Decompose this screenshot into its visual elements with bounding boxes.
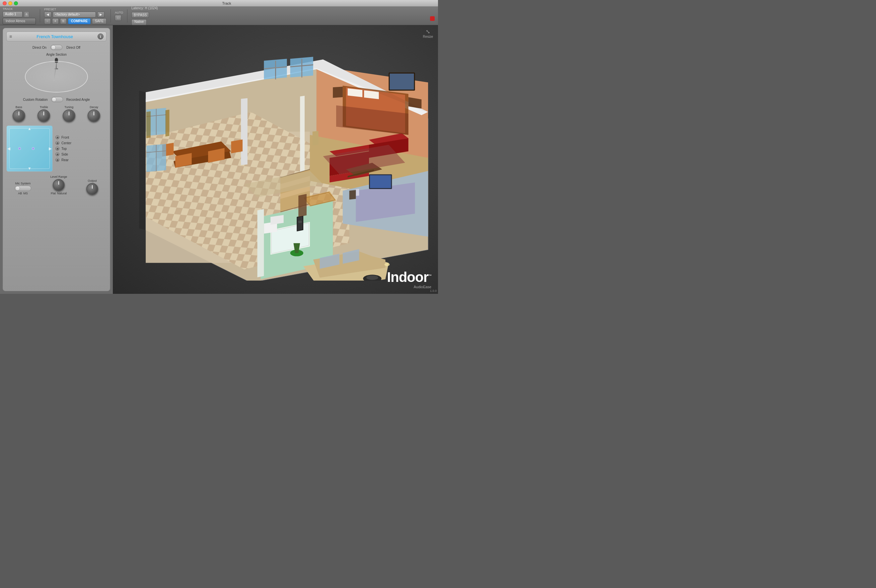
title-bar: Track — [0, 0, 438, 7]
ab-label: AB — [18, 192, 22, 195]
speaker-bottom-arrow[interactable]: ▼ — [27, 166, 32, 171]
rear-radio[interactable] — [56, 158, 59, 162]
left-panel: ≡ French Townhouse ℹ Direct On Direct Of… — [0, 25, 113, 294]
mic-system-col: Mic System AB MS — [15, 182, 31, 195]
speaker-display[interactable]: ◀ ▶ ▲ ▼ — [6, 125, 53, 172]
front-label: Front — [62, 136, 69, 139]
info-button[interactable]: ℹ — [98, 33, 104, 39]
flat-label: Flat — [51, 192, 56, 195]
treble-knob-col: Treble — [38, 105, 50, 122]
resize-label: Resize — [423, 35, 433, 39]
tuning-knob-col: Tuning — [63, 105, 75, 122]
track-badge: a — [24, 11, 29, 17]
preset-minus-button[interactable]: − — [44, 18, 51, 24]
speaker-list: Front Center Top — [56, 125, 71, 172]
top-label: Top — [62, 147, 67, 151]
house-svg — [119, 35, 431, 280]
svg-marker-73 — [298, 194, 307, 217]
auto-button[interactable]: □ — [115, 15, 122, 21]
svg-point-60 — [298, 220, 302, 223]
preset-select[interactable]: <factory default> — [53, 12, 96, 18]
recorded-angle-label: Recorded Angle — [66, 98, 90, 102]
svg-marker-15 — [257, 209, 264, 277]
plugin-label: Indoor Atmos — [3, 18, 36, 24]
svg-rect-63 — [156, 109, 156, 135]
close-button[interactable] — [3, 2, 7, 5]
center-radio[interactable] — [56, 141, 59, 145]
direct-on-label: Direct On — [33, 46, 47, 50]
bypass-button[interactable]: BYPASS — [131, 12, 149, 18]
maximize-button[interactable] — [14, 2, 18, 5]
level-range-knob[interactable] — [53, 179, 65, 191]
front-speaker-item[interactable]: Front — [56, 135, 71, 139]
svg-marker-59 — [297, 216, 303, 231]
preset-next-button[interactable]: ▶ — [97, 12, 105, 18]
speaker-right-arrow[interactable]: ▶ — [49, 146, 52, 151]
output-col: Output — [86, 179, 98, 195]
output-knob[interactable] — [86, 183, 98, 195]
track-select[interactable]: Audio 1 — [3, 11, 23, 17]
native-button[interactable]: Native — [131, 19, 147, 25]
preset-section: Preset ◀ <factory default> ▶ − + ⎘ COMPA… — [44, 8, 107, 24]
track-label: Track — [3, 7, 36, 10]
divider-3 — [127, 9, 128, 22]
preset-prev-button[interactable]: ◀ — [44, 12, 51, 18]
safe-button[interactable]: SAFE — [92, 18, 107, 24]
speaker-left-arrow[interactable]: ◀ — [7, 146, 10, 151]
window-title: Track — [18, 2, 435, 5]
svg-point-87 — [385, 263, 390, 266]
angle-section: Angle Section — [6, 53, 107, 94]
angle-display[interactable] — [23, 58, 90, 94]
front-radio[interactable] — [56, 135, 59, 139]
direct-toggle[interactable] — [50, 45, 62, 50]
brand-name: Indoor™ — [387, 270, 431, 284]
svg-marker-76 — [165, 110, 170, 136]
decay-label: Decay — [90, 105, 98, 109]
mic-system-toggle[interactable] — [15, 186, 31, 191]
brand-watermark: Indoor™ AudioEase — [387, 270, 431, 289]
main-content: ≡ French Townhouse ℹ Direct On Direct Of… — [0, 25, 438, 294]
preset-name-display: French Townhouse — [15, 34, 95, 39]
speaker-section: ◀ ▶ ▲ ▼ Front — [6, 125, 107, 172]
ms-label: MS — [23, 192, 28, 195]
treble-label: Treble — [40, 105, 48, 109]
tuning-label: Tuning — [65, 105, 73, 109]
svg-rect-30 — [389, 74, 414, 90]
center-speaker-item[interactable]: Center — [56, 141, 71, 145]
svg-marker-42 — [231, 140, 243, 153]
plugin-panel: ≡ French Townhouse ℹ Direct On Direct Of… — [3, 28, 110, 291]
level-range-col: Level Range Flat Natural — [50, 175, 68, 195]
minimize-button[interactable] — [8, 2, 12, 5]
level-range-label: Level Range — [50, 175, 68, 178]
preset-plus-button[interactable]: + — [52, 18, 59, 24]
rotation-toggle[interactable] — [51, 97, 63, 102]
brand-indoor: Indoor — [387, 269, 428, 285]
side-radio[interactable] — [56, 152, 59, 156]
auto-label: Auto — [115, 11, 123, 14]
center-label: Center — [62, 141, 71, 145]
speaker-room — [9, 128, 50, 169]
menu-icon[interactable]: ≡ — [9, 34, 12, 39]
speaker-top-arrow[interactable]: ▲ — [27, 126, 32, 131]
preset-copy-button[interactable]: ⎘ — [60, 18, 67, 24]
traffic-lights[interactable] — [3, 2, 18, 5]
bass-knob-col: Bass — [13, 105, 25, 122]
compare-button[interactable]: COMPARE — [68, 18, 90, 24]
top-radio[interactable] — [56, 147, 59, 151]
decay-knob[interactable] — [88, 110, 100, 122]
top-speaker-item[interactable]: Top — [56, 147, 71, 151]
rear-speaker-item[interactable]: Rear — [56, 158, 71, 162]
svg-point-86 — [366, 275, 378, 280]
toolbar: Track Audio 1 a Indoor Atmos Preset ◀ <f… — [0, 7, 438, 25]
treble-knob[interactable] — [38, 110, 50, 122]
angle-section-label: Angle Section — [46, 53, 67, 56]
preset-label: Preset — [44, 8, 107, 11]
resize-icon: ⤡ — [423, 28, 433, 35]
svg-marker-53 — [349, 190, 356, 200]
resize-button[interactable]: ⤡ Resize — [423, 28, 433, 39]
toggle-thumb — [51, 45, 56, 50]
side-speaker-item[interactable]: Side — [56, 152, 71, 156]
bass-knob[interactable] — [13, 110, 25, 122]
side-label: Side — [62, 153, 68, 156]
tuning-knob[interactable] — [63, 110, 75, 122]
